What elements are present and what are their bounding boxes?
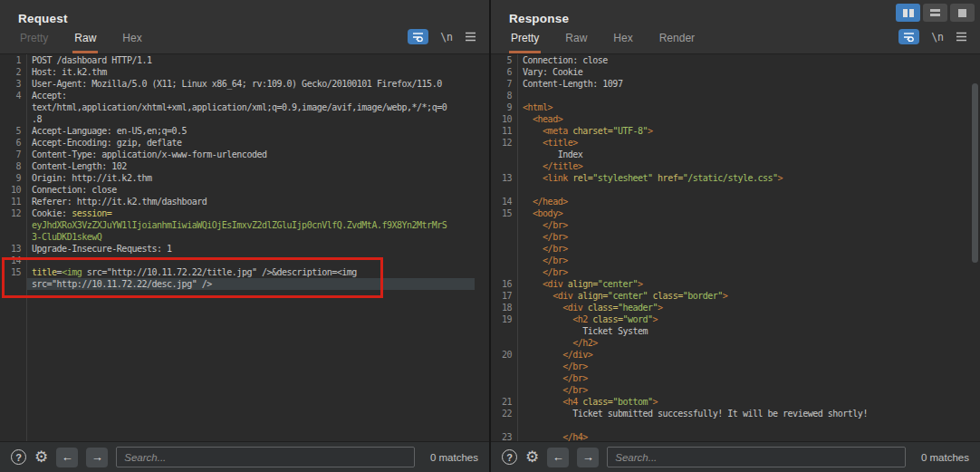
code-line[interactable]: 14 xyxy=(0,255,489,266)
previous-match-button[interactable]: ← xyxy=(547,448,569,467)
previous-match-button[interactable]: ← xyxy=(56,448,78,467)
code-line[interactable]: 19 <h2 class="word"> xyxy=(491,313,980,325)
code-line[interactable]: </br> xyxy=(491,219,980,231)
code-line[interactable]: 11 <meta charset="UTF-8"> xyxy=(491,125,980,137)
response-editor[interactable]: 5Connection: close6Vary: Cookie7Content-… xyxy=(491,54,980,441)
code-line[interactable]: </br> xyxy=(491,384,980,396)
request-editor[interactable]: 1POST /dashboard HTTP/1.12Host: it.k2.th… xyxy=(0,54,489,441)
single-pane-view-button[interactable] xyxy=(950,4,975,22)
line-number xyxy=(491,325,517,337)
line-number xyxy=(491,149,517,160)
request-search-input[interactable] xyxy=(116,447,415,467)
code-line[interactable]: </br> xyxy=(491,255,980,266)
code-line[interactable]: .8 xyxy=(0,113,489,125)
code-line[interactable]: 11Referer: http://it.k2.thm/dashboard xyxy=(0,196,489,207)
tab-pretty[interactable]: Pretty xyxy=(18,28,50,53)
code-line[interactable]: 13Upgrade-Insecure-Requests: 1 xyxy=(0,243,489,255)
response-scrollbar-thumb[interactable] xyxy=(972,83,978,263)
code-line[interactable] xyxy=(491,419,980,431)
show-newlines-toggle[interactable]: \n xyxy=(440,31,453,43)
next-match-button[interactable]: → xyxy=(86,448,108,467)
code-line[interactable]: 9<html> xyxy=(491,101,980,113)
word-wrap-toggle-button[interactable] xyxy=(408,29,428,44)
next-match-button[interactable]: → xyxy=(577,448,599,467)
help-icon[interactable]: ? xyxy=(502,449,517,465)
code-line[interactable]: 16 <div align="center"> xyxy=(491,278,980,290)
code-line[interactable]: 23 </h4> xyxy=(491,431,980,441)
code-text: </h4> xyxy=(517,431,588,441)
code-line[interactable]: 18 <div class="header"> xyxy=(491,302,980,313)
editor-menu-button[interactable] xyxy=(956,32,967,42)
code-text: </br> xyxy=(517,255,568,266)
help-icon[interactable]: ? xyxy=(11,449,26,465)
code-line[interactable]: </br> xyxy=(491,243,980,255)
tab-render[interactable]: Render xyxy=(658,28,697,53)
code-text: </br> xyxy=(517,231,568,243)
code-line[interactable]: 3User-Agent: Mozilla/5.0 (X11; Linux x86… xyxy=(0,78,489,90)
code-line[interactable]: 9Origin: http://it.k2.thm xyxy=(0,172,489,184)
line-number: 8 xyxy=(0,160,26,172)
code-line[interactable]: text/html,application/xhtml+xml,applicat… xyxy=(0,101,489,113)
rows-icon xyxy=(930,9,940,16)
code-line[interactable]: 12Cookie: session= xyxy=(0,207,489,219)
code-line[interactable]: 1POST /dashboard HTTP/1.1 xyxy=(0,54,489,66)
split-rows-view-button[interactable] xyxy=(923,4,947,22)
code-line[interactable]: 12 <title> xyxy=(491,137,980,149)
code-text: Ticket submitted successfully! It will b… xyxy=(517,408,868,419)
code-line[interactable]: 5Accept-Language: en-US,en;q=0.5 xyxy=(0,125,489,137)
code-line[interactable]: 10Connection: close xyxy=(0,184,489,196)
word-wrap-icon xyxy=(903,32,915,42)
code-line[interactable]: src="http://10.11.72.22/desc.jpg" /> xyxy=(0,278,489,290)
code-line[interactable]: </br> xyxy=(491,231,980,243)
code-line[interactable]: 22 Ticket submitted successfully! It wil… xyxy=(491,408,980,419)
code-line[interactable]: </br> xyxy=(491,361,980,372)
code-line[interactable]: </br> xyxy=(491,266,980,278)
code-line[interactable]: 8Content-Length: 102 xyxy=(0,160,489,172)
code-text: Origin: http://it.k2.thm xyxy=(26,172,152,184)
code-line[interactable]: 20 </div> xyxy=(491,349,980,361)
tab-hex[interactable]: Hex xyxy=(611,28,634,53)
code-text xyxy=(517,184,523,196)
request-header: Request PrettyRawHex \n xyxy=(0,0,489,54)
code-line[interactable]: eyJhdXRoX3VzZXJuYW1lIjoianhmIiwiaWQiOjEs… xyxy=(0,219,489,231)
code-line[interactable]: 17 <div align="center" class="border"> xyxy=(491,290,980,302)
request-tab-bar: PrettyRawHex xyxy=(18,28,144,53)
code-line[interactable]: 10 <head> xyxy=(491,113,980,125)
code-line[interactable] xyxy=(491,184,980,196)
code-text: </br> xyxy=(517,361,588,372)
tab-raw[interactable]: Raw xyxy=(563,28,589,53)
editor-menu-button[interactable] xyxy=(465,32,476,42)
code-line[interactable]: 15title=<img src="http://10.11.72.22/tit… xyxy=(0,266,489,278)
tab-raw[interactable]: Raw xyxy=(72,28,98,53)
word-wrap-toggle-button[interactable] xyxy=(898,29,919,44)
code-line[interactable]: 2Host: it.k2.thm xyxy=(0,66,489,78)
line-number: 17 xyxy=(491,290,517,302)
code-line[interactable]: 7Content-Type: application/x-www-form-ur… xyxy=(0,149,489,160)
response-search-input[interactable] xyxy=(607,447,906,467)
code-line[interactable]: 21 <h4 class="bottom"> xyxy=(491,396,980,408)
show-newlines-toggle[interactable]: \n xyxy=(931,31,944,43)
code-line[interactable]: 3-CluDKD1skewQ xyxy=(0,231,489,243)
code-line[interactable]: 14 </head> xyxy=(491,196,980,207)
tab-pretty[interactable]: Pretty xyxy=(509,28,541,53)
code-line[interactable]: 5Connection: close xyxy=(491,54,980,66)
code-line[interactable]: 6Accept-Encoding: gzip, deflate xyxy=(0,137,489,149)
code-line[interactable]: </h2> xyxy=(491,337,980,349)
code-line[interactable]: Index xyxy=(491,149,980,160)
line-number xyxy=(491,337,517,349)
settings-gear-icon[interactable]: ⚙ xyxy=(525,449,539,465)
code-line[interactable]: 6Vary: Cookie xyxy=(491,66,980,78)
code-line[interactable]: 8 xyxy=(491,90,980,101)
code-line[interactable]: </title> xyxy=(491,160,980,172)
code-line[interactable]: 7Content-Length: 1097 xyxy=(491,78,980,90)
code-line[interactable]: 13 <link rel="stylesheet" href="/static/… xyxy=(491,172,980,184)
code-line[interactable]: Ticket System xyxy=(491,325,980,337)
tab-hex[interactable]: Hex xyxy=(120,28,143,53)
settings-gear-icon[interactable]: ⚙ xyxy=(34,449,48,465)
code-line[interactable]: </br> xyxy=(491,372,980,384)
line-number: 11 xyxy=(491,125,517,137)
line-number: 10 xyxy=(491,113,517,125)
split-columns-view-button[interactable] xyxy=(896,4,920,22)
code-line[interactable]: 15 <body> xyxy=(491,207,980,219)
code-line[interactable]: 4Accept: xyxy=(0,90,489,101)
